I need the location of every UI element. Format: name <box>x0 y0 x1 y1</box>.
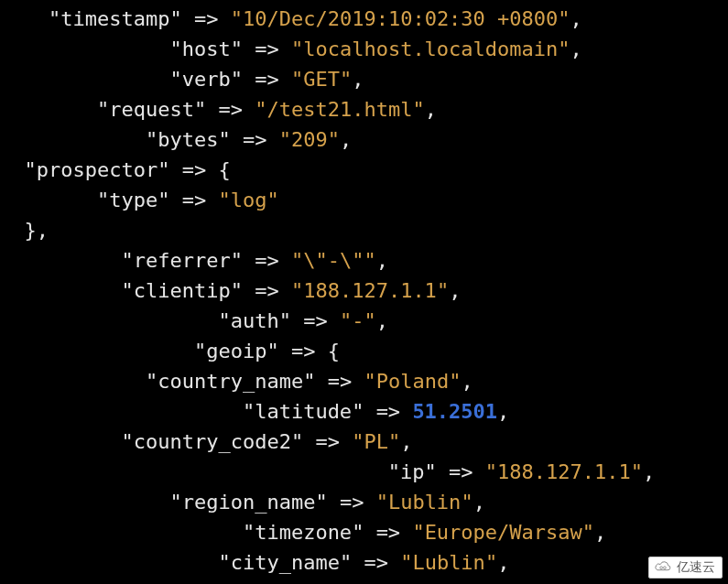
log-output: "timestamp" => "10/Dec/2019:10:02:30 +08… <box>0 0 728 578</box>
cloud-icon <box>654 560 672 576</box>
watermark-text: 亿速云 <box>677 559 715 576</box>
svg-point-1 <box>664 566 667 568</box>
svg-point-0 <box>660 566 663 568</box>
watermark-badge: 亿速云 <box>648 557 723 579</box>
